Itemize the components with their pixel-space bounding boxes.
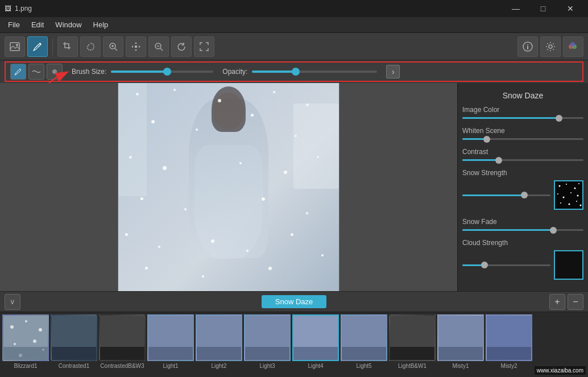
add-icon: + xyxy=(554,297,560,307)
title-text: 1.png xyxy=(15,5,32,13)
svg-point-24 xyxy=(569,204,570,205)
control-contrast: Contrast xyxy=(462,148,583,161)
thumb-light2[interactable]: Light2 xyxy=(196,314,242,369)
info-button[interactable] xyxy=(517,36,538,57)
bottom-right-buttons: + − xyxy=(549,294,583,310)
effect-label[interactable]: Snow Daze xyxy=(262,295,326,308)
zoom-out-button[interactable] xyxy=(148,36,169,57)
minimize-button[interactable]: — xyxy=(503,0,529,17)
thumb-light5[interactable]: Light5 xyxy=(341,314,387,369)
thumbnails-row: Blizzard1 Contrasted1 ContrastedB&W3 Lig… xyxy=(0,312,588,377)
remove-icon: − xyxy=(573,297,578,307)
svg-point-17 xyxy=(574,188,576,189)
whiten-scene-label: Whiten Scene xyxy=(462,127,583,135)
brush-size-slider[interactable] xyxy=(111,71,213,73)
control-cloud-strength: Cloud Strength xyxy=(462,239,583,280)
image-color-slider[interactable] xyxy=(462,117,583,119)
brush-tool-3[interactable] xyxy=(47,64,63,80)
thumb-blizzard1-img xyxy=(2,314,49,361)
opacity-slider[interactable] xyxy=(252,71,377,73)
svg-rect-43 xyxy=(148,347,194,361)
thumb-light1[interactable]: Light1 xyxy=(147,314,194,369)
cloud-strength-slider[interactable] xyxy=(462,264,550,266)
svg-point-33 xyxy=(14,343,16,345)
brush-tool-2[interactable] xyxy=(28,64,44,80)
brush-expand-button[interactable]: › xyxy=(386,65,400,78)
svg-point-15 xyxy=(559,185,561,187)
menu-help[interactable]: Help xyxy=(88,18,114,31)
image-tool-button[interactable] xyxy=(5,36,25,57)
svg-rect-51 xyxy=(342,347,387,361)
main-toolbar xyxy=(0,33,588,60)
svg-point-11 xyxy=(570,42,575,47)
brush-tool-button[interactable] xyxy=(27,36,48,57)
snow-strength-slider[interactable] xyxy=(462,194,550,196)
control-snow-fade: Snow Fade xyxy=(462,218,583,231)
canvas-image xyxy=(118,83,339,291)
menu-window[interactable]: Window xyxy=(49,18,87,31)
zoom-in-button[interactable] xyxy=(103,36,123,57)
image-color-label: Image Color xyxy=(462,106,583,114)
svg-point-25 xyxy=(576,201,577,202)
thumb-misty1[interactable]: Misty1 xyxy=(437,314,484,369)
menu-edit[interactable]: Edit xyxy=(26,18,49,31)
add-button[interactable]: + xyxy=(549,294,565,310)
snow-fade-slider[interactable] xyxy=(462,229,583,231)
remove-button[interactable]: − xyxy=(568,294,583,310)
snow-strength-label: Snow Strength xyxy=(462,169,583,177)
svg-point-6 xyxy=(527,44,528,45)
svg-point-16 xyxy=(566,184,567,185)
svg-rect-53 xyxy=(390,347,436,361)
control-snow-strength: Snow Strength xyxy=(462,169,583,210)
title-bar: 🖼 1.png — □ ✕ xyxy=(0,0,588,17)
thumb-bw1[interactable]: LightB&W1 xyxy=(389,314,436,369)
thumb-contrasted1[interactable]: Contrasted1 xyxy=(51,314,97,369)
fullscreen-button[interactable] xyxy=(194,36,214,57)
thumb-bw3-label: ContrastedB&W3 xyxy=(100,363,144,369)
maximize-button[interactable]: □ xyxy=(530,0,556,17)
thumb-misty2[interactable]: Misty2 xyxy=(486,314,532,369)
svg-rect-47 xyxy=(245,347,291,361)
thumb-bw1-img xyxy=(389,314,436,361)
collapse-icon: ∨ xyxy=(10,297,15,306)
thumb-light1-label: Light1 xyxy=(163,363,178,369)
svg-rect-55 xyxy=(438,347,484,361)
thumb-light4-label: Light4 xyxy=(308,363,323,369)
effects-button[interactable] xyxy=(563,36,583,57)
svg-point-23 xyxy=(560,202,561,204)
thumb-blizzard1[interactable]: Blizzard1 xyxy=(2,314,49,369)
opacity-group: Opacity: xyxy=(222,68,377,76)
canvas-area[interactable] xyxy=(0,83,457,291)
contrast-slider[interactable] xyxy=(462,159,583,161)
svg-point-19 xyxy=(557,193,558,194)
close-button[interactable]: ✕ xyxy=(557,0,583,17)
rotate-button[interactable] xyxy=(171,36,192,57)
toolbar-right xyxy=(517,36,583,57)
title-bar-controls: — □ ✕ xyxy=(503,0,583,17)
thumb-light4[interactable]: Light4 xyxy=(292,314,339,369)
thumb-light2-img xyxy=(196,314,242,361)
svg-rect-28 xyxy=(555,251,582,279)
whiten-scene-slider[interactable] xyxy=(462,138,583,140)
svg-point-21 xyxy=(570,192,572,193)
thumb-light3-img xyxy=(244,314,291,361)
svg-rect-39 xyxy=(52,347,97,361)
settings-button[interactable] xyxy=(540,36,561,57)
svg-point-32 xyxy=(39,328,42,332)
brush-tool-1[interactable] xyxy=(10,64,26,80)
thumb-misty1-img xyxy=(437,314,484,361)
main-content: Snow Daze Image Color Whiten Scene xyxy=(0,83,588,291)
thumb-contrasted1-label: Contrasted1 xyxy=(59,363,89,369)
svg-rect-45 xyxy=(197,347,242,361)
menu-file[interactable]: File xyxy=(2,18,26,31)
app-icon: 🖼 xyxy=(5,5,11,13)
thumb-light3[interactable]: Light3 xyxy=(244,314,291,369)
collapse-button[interactable]: ∨ xyxy=(5,294,20,310)
svg-rect-37 xyxy=(3,347,49,361)
snow-strength-preview xyxy=(554,180,583,210)
crop-button[interactable] xyxy=(57,36,78,57)
thumb-bw3[interactable]: ContrastedB&W3 xyxy=(99,314,146,369)
lasso-button[interactable] xyxy=(80,36,101,57)
move-button[interactable] xyxy=(126,36,146,57)
cloud-strength-label: Cloud Strength xyxy=(462,239,583,247)
